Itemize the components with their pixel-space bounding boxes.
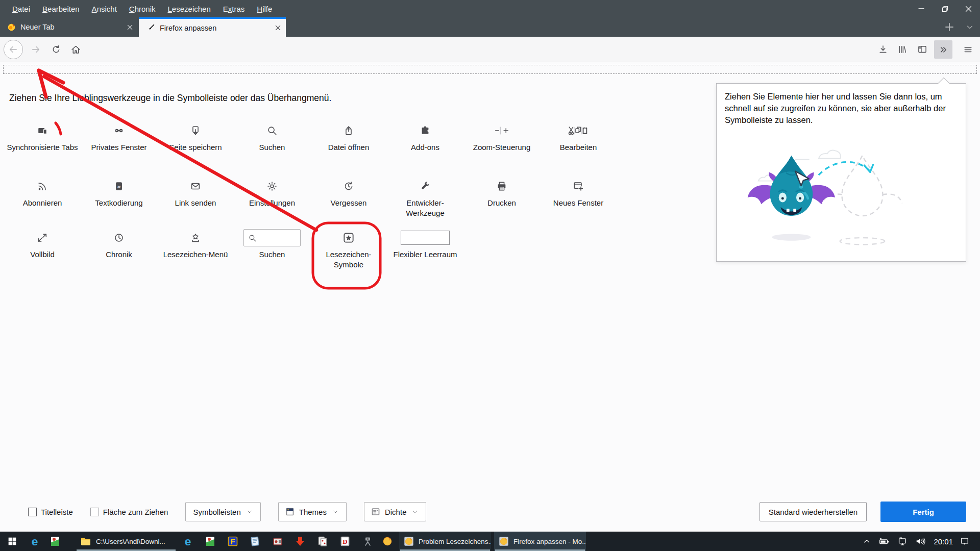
customize-item-link-senden[interactable]: Link senden — [157, 178, 234, 218]
sidebar-button[interactable] — [913, 40, 932, 59]
customize-item-label: Privates Fenster — [91, 142, 146, 153]
taskbar-irfanview[interactable] — [199, 532, 222, 551]
taskbar-audio-device[interactable] — [266, 532, 289, 551]
taskbar-notepad[interactable] — [244, 532, 266, 551]
reload-button[interactable] — [47, 40, 65, 59]
density-dropdown[interactable]: Dichte — [364, 502, 427, 521]
restore-button[interactable] — [933, 0, 957, 17]
back-icon — [8, 44, 18, 55]
toolbar-dropzone[interactable] — [3, 65, 977, 74]
start-button[interactable] — [0, 532, 24, 551]
customize-item-suchen[interactable]: Suchen — [234, 122, 310, 153]
customize-item-privates-fenster[interactable]: Privates Fenster — [81, 122, 157, 153]
customize-item-suchen[interactable]: Suchen — [234, 229, 310, 270]
themes-dropdown[interactable]: Themes — [278, 502, 347, 521]
customize-item-vergessen[interactable]: Vergessen — [310, 178, 387, 218]
clock[interactable]: 20:01 — [934, 537, 953, 546]
network-icon[interactable] — [897, 536, 908, 547]
taskbar-app-d[interactable]: D — [334, 532, 356, 551]
checkbox-box[interactable] — [28, 508, 37, 516]
restore-defaults-button[interactable]: Standard wiederherstellen — [760, 502, 867, 521]
action-center-icon[interactable] — [960, 536, 970, 546]
tab-close-icon[interactable] — [127, 24, 133, 30]
window-title: Firefox anpassen - Mo... — [513, 538, 586, 545]
customize-item-flexibler-leerraum[interactable]: Flexibler Leerraum — [387, 229, 463, 270]
checkbox-box[interactable] — [90, 508, 99, 516]
customize-item-datei-öffnen[interactable]: Datei öffnen — [310, 122, 387, 153]
tab-close-icon[interactable] — [275, 25, 281, 31]
taskbar-ff-orange[interactable] — [379, 532, 396, 551]
dropdown-label: Dichte — [385, 508, 407, 516]
customize-item-label: Chronik — [106, 249, 132, 260]
customize-item-seite-speichern[interactable]: Seite speichern — [157, 122, 234, 153]
customize-item-lesezeichen-menü[interactable]: Lesezeichen-Menü — [157, 229, 234, 270]
customize-footer: Titelleiste Fläche zum Ziehen Symbolleis… — [0, 500, 980, 523]
forward-icon — [31, 44, 41, 55]
toolbars-dropdown[interactable]: Symbolleisten — [185, 502, 260, 521]
drag-space-checkbox[interactable]: Fläche zum Ziehen — [90, 508, 168, 516]
menu-bearbeiten[interactable]: Bearbeiten — [36, 0, 86, 17]
taskbar-camera-tripod[interactable] — [356, 532, 379, 551]
checkbox-label: Fläche zum Ziehen — [103, 508, 168, 516]
customize-item-zoom-steuerung[interactable]: Zoom-Steuerung — [463, 122, 540, 153]
customize-item-bearbeiten[interactable]: Bearbeiten — [540, 122, 617, 153]
home-button[interactable] — [66, 40, 85, 59]
back-button[interactable] — [4, 40, 23, 59]
customize-item-lesezeichen-symbole[interactable]: Lesezeichen-Symbole — [310, 229, 387, 270]
search-widget[interactable] — [243, 229, 301, 246]
theme-icon — [286, 508, 294, 516]
forward-button[interactable] — [27, 40, 45, 59]
library-button[interactable] — [893, 40, 912, 59]
downloads-button[interactable] — [874, 40, 892, 59]
menu-datei[interactable]: Datei — [6, 0, 36, 17]
menu-hilfe[interactable]: Hilfe — [251, 0, 278, 17]
dropdown-label: Themes — [299, 508, 327, 516]
close-button[interactable] — [957, 0, 980, 17]
taskbar-window-firefox-anpassen-mo[interactable]: Firefox anpassen - Mo... — [494, 532, 586, 551]
chevron-up-icon[interactable] — [862, 537, 871, 546]
taskbar-irfanview[interactable] — [45, 532, 65, 551]
customize-item-add-ons[interactable]: Add-ons — [387, 122, 463, 153]
menu-chronik[interactable]: Chronik — [123, 0, 162, 17]
battery-icon[interactable] — [878, 536, 890, 547]
text-encoding-icon: æ — [113, 181, 125, 192]
volume-icon[interactable] — [915, 536, 927, 547]
customize-item-chronik[interactable]: Chronik — [81, 229, 157, 270]
customize-item-drucken[interactable]: Drucken — [463, 178, 540, 218]
customize-item-vollbild[interactable]: Vollbild — [4, 229, 81, 270]
titlebar-checkbox[interactable]: Titelleiste — [28, 508, 73, 516]
app-d-icon: D — [339, 535, 351, 547]
taskbar-edge[interactable]: e — [24, 532, 45, 551]
app-menu-button[interactable] — [959, 40, 977, 59]
menu-extras[interactable]: Extras — [217, 0, 251, 17]
customize-item-entwickler-werkzeuge[interactable]: Entwickler-Werkzeuge — [387, 178, 463, 218]
taskbar-app-f[interactable]: F — [222, 532, 244, 551]
taskbar-explorer-window[interactable]: C:\Users\Andi\Downl... — [76, 532, 177, 551]
taskbar-window-problem-lesezeichens[interactable]: Problem Lesezeichens... — [399, 532, 491, 551]
customize-grid-row: AbonnierenæTextkodierungLink sendenEinst… — [4, 178, 617, 218]
customize-item-synchronisierte-tabs[interactable]: Synchronisierte Tabs — [4, 122, 81, 153]
taskbar-red-download[interactable] — [289, 532, 311, 551]
customize-item-einstellungen[interactable]: Einstellungen — [234, 178, 310, 218]
minimize-button[interactable] — [910, 0, 933, 17]
customize-grid-row: VollbildChronikLesezeichen-MenüSuchenLes… — [4, 229, 463, 270]
overflow-menu-button[interactable] — [934, 40, 952, 59]
edge-icon: e — [181, 535, 194, 548]
done-button[interactable]: Fertig — [880, 502, 966, 522]
tab-list-chevron-icon[interactable] — [963, 20, 977, 34]
irfanview-icon — [49, 535, 61, 547]
menu-lesezeichen[interactable]: Lesezeichen — [162, 0, 217, 17]
customize-item-textkodierung[interactable]: æTextkodierung — [81, 178, 157, 218]
taskbar-cards[interactable] — [311, 532, 334, 551]
tab-neuer-tab[interactable]: Neuer Tab — [0, 17, 138, 37]
new-tab-button[interactable] — [941, 19, 958, 35]
overflow-panel: Ziehen Sie Elemente hier her und lassen … — [716, 83, 966, 262]
hamburger-menu-icon — [963, 45, 973, 55]
tab-firefox-anpassen[interactable]: Firefox anpassen — [139, 17, 286, 37]
customize-item-abonnieren[interactable]: Abonnieren — [4, 178, 81, 218]
taskbar-edge[interactable]: e — [177, 532, 199, 551]
customize-item-label: Lesezeichen-Menü — [163, 249, 228, 260]
checkbox-label: Titelleiste — [41, 508, 73, 516]
customize-item-neues-fenster[interactable]: Neues Fenster — [540, 178, 617, 218]
menu-ansicht[interactable]: Ansicht — [86, 0, 123, 17]
